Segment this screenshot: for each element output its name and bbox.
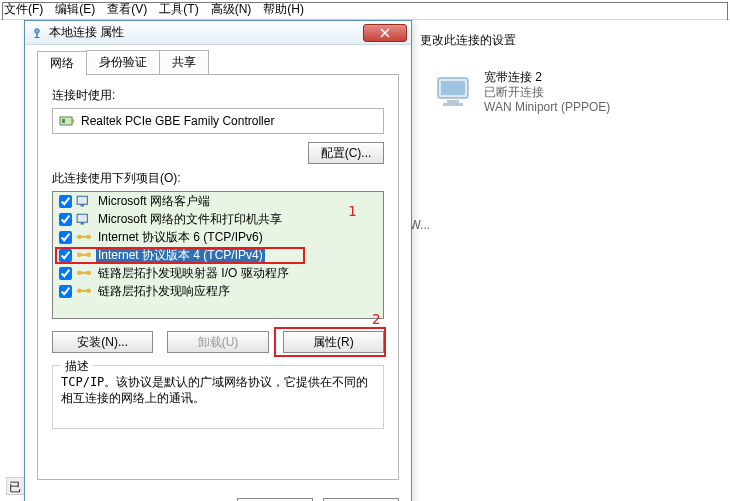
item-checkbox[interactable]: [59, 267, 72, 280]
broadband-icon: [430, 70, 480, 114]
svg-rect-1: [441, 81, 465, 95]
dialog-icon: [31, 27, 43, 39]
item-label: Microsoft 网络客户端: [96, 193, 212, 210]
menu-tools[interactable]: 工具(T): [159, 1, 198, 18]
properties-dialog: 本地连接 属性 网络 身份验证 共享 连接时使用: Realtek PCIe G…: [24, 20, 412, 501]
connection-item[interactable]: 宽带连接 2 已断开连接 WAN Miniport (PPPOE): [430, 70, 710, 115]
tab-strip: 网络 身份验证 共享: [37, 53, 399, 75]
connection-device: WAN Miniport (PPPOE): [484, 100, 610, 115]
adapter-field: Realtek PCIe GBE Family Controller: [52, 108, 384, 134]
adapter-name: Realtek PCIe GBE Family Controller: [81, 114, 274, 128]
close-icon[interactable]: [363, 24, 407, 42]
item-label: 链路层拓扑发现映射器 I/O 驱动程序: [96, 265, 291, 282]
dialog-title: 本地连接 属性: [49, 24, 363, 41]
description-legend: 描述: [61, 358, 93, 375]
dialog-titlebar[interactable]: 本地连接 属性: [25, 21, 411, 45]
menu-file[interactable]: 文件(F): [4, 1, 43, 18]
item-label: Internet 协议版本 6 (TCP/IPv6): [96, 229, 265, 246]
svg-rect-10: [77, 196, 87, 204]
list-item[interactable]: Microsoft 网络客户端: [53, 192, 383, 210]
description-group: 描述 TCP/IP。该协议是默认的广域网络协议，它提供在不同的相互连接的网络上的…: [52, 365, 384, 429]
svg-rect-12: [77, 214, 87, 222]
protocol-icon: [76, 230, 92, 244]
svg-rect-3: [443, 103, 463, 106]
svg-rect-9: [72, 119, 74, 123]
svg-rect-2: [447, 100, 459, 103]
item-checkbox[interactable]: [59, 231, 72, 244]
item-label: 链路层拓扑发现响应程序: [96, 283, 232, 300]
tab-auth[interactable]: 身份验证: [86, 50, 160, 74]
protocol-icon: [76, 284, 92, 298]
connection-name: 宽带连接 2: [484, 70, 610, 85]
svg-point-22: [86, 271, 91, 276]
svg-rect-5: [36, 33, 37, 37]
svg-point-19: [86, 253, 91, 258]
list-item[interactable]: 链路层拓扑发现映射器 I/O 驱动程序: [53, 264, 383, 282]
items-label: 此连接使用下列项目(O):: [52, 170, 384, 187]
uninstall-button: 卸载(U): [167, 331, 268, 353]
svg-point-24: [77, 289, 82, 294]
configure-button[interactable]: 配置(C)...: [308, 142, 384, 164]
nic-icon: [59, 114, 75, 128]
svg-rect-11: [81, 204, 84, 206]
item-checkbox[interactable]: [59, 249, 72, 262]
connect-using-label: 连接时使用:: [52, 87, 384, 104]
annotation-mark-1: 1: [348, 203, 356, 219]
item-label: Microsoft 网络的文件和打印机共享: [96, 211, 284, 228]
tab-share[interactable]: 共享: [159, 50, 209, 74]
properties-button[interactable]: 属性(R): [283, 331, 384, 353]
menu-advanced[interactable]: 高级(N): [211, 1, 252, 18]
underlying-menu-bar: 文件(F) 编辑(E) 查看(V) 工具(T) 高级(N) 帮助(H): [0, 0, 730, 20]
svg-point-16: [86, 235, 91, 240]
svg-point-25: [86, 289, 91, 294]
tab-network[interactable]: 网络: [37, 51, 87, 75]
protocol-icon: [76, 248, 92, 262]
connection-status: 已断开连接: [484, 85, 610, 100]
client-icon: [76, 194, 92, 208]
install-button[interactable]: 安装(N)...: [52, 331, 153, 353]
svg-rect-8: [62, 119, 65, 123]
list-item-selected[interactable]: Internet 协议版本 4 (TCP/IPv4): [53, 246, 383, 264]
dialog-footer: 确定 取消: [25, 490, 411, 501]
menu-edit[interactable]: 编辑(E): [55, 1, 95, 18]
svg-point-15: [77, 235, 82, 240]
svg-point-18: [77, 253, 82, 258]
list-item[interactable]: Internet 协议版本 6 (TCP/IPv6): [53, 228, 383, 246]
annotation-mark-2: 2: [372, 311, 380, 327]
svg-point-21: [77, 271, 82, 276]
menu-view[interactable]: 查看(V): [107, 1, 147, 18]
item-checkbox[interactable]: [59, 195, 72, 208]
items-listbox[interactable]: Microsoft 网络客户端 Microsoft 网络的文件和打印机共享 In…: [52, 191, 384, 319]
svg-rect-7: [60, 117, 72, 125]
item-checkbox[interactable]: [59, 213, 72, 226]
svg-point-4: [35, 28, 40, 33]
menu-help[interactable]: 帮助(H): [263, 1, 304, 18]
client-icon: [76, 212, 92, 226]
svg-rect-13: [81, 222, 84, 224]
item-checkbox[interactable]: [59, 285, 72, 298]
list-item[interactable]: Microsoft 网络的文件和打印机共享: [53, 210, 383, 228]
protocol-icon: [76, 266, 92, 280]
description-text: TCP/IP。该协议是默认的广域网络协议，它提供在不同的相互连接的网络上的通讯。: [61, 374, 375, 406]
svg-rect-6: [35, 37, 40, 38]
item-label: Internet 协议版本 4 (TCP/IPv4): [96, 247, 265, 264]
list-item[interactable]: 链路层拓扑发现响应程序: [53, 282, 383, 300]
